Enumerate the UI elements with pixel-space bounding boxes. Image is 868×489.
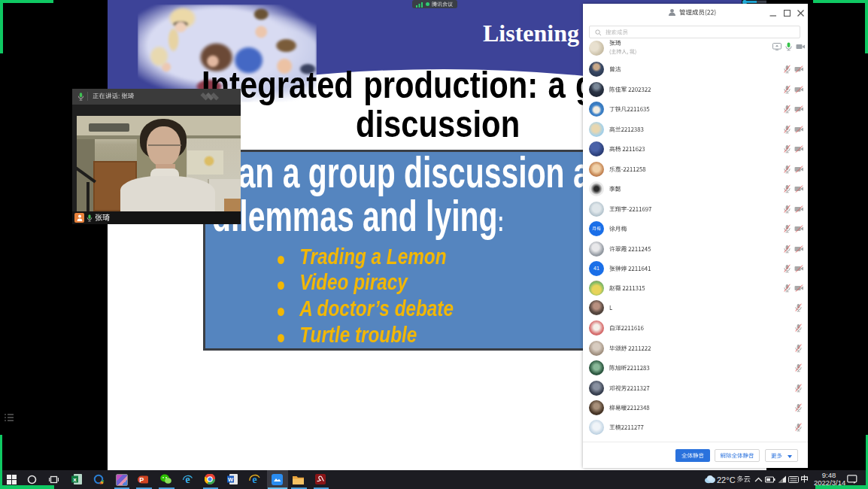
svg-text:P: P bbox=[139, 476, 144, 484]
svg-text:W: W bbox=[228, 476, 234, 483]
svg-text:x: x bbox=[73, 476, 77, 483]
